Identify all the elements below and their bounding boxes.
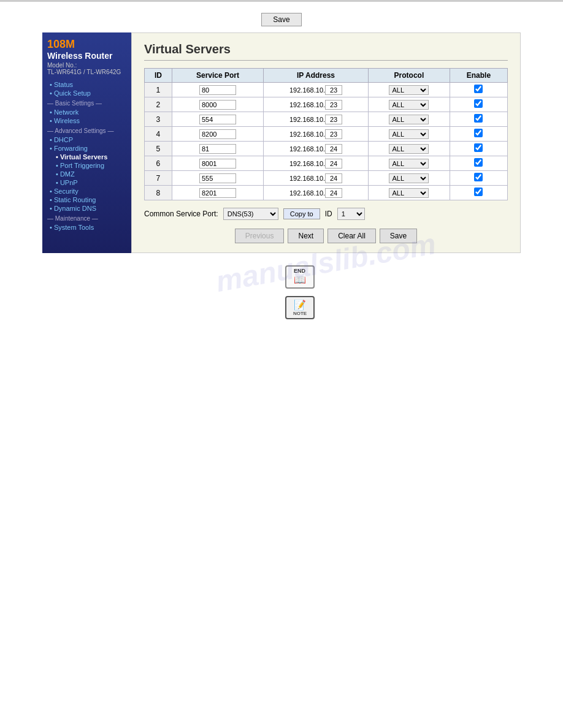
enable-checkbox[interactable]	[474, 114, 483, 123]
protocol-select[interactable]: ALLTCPUDP	[389, 129, 429, 139]
common-service-port-row: Common Service Port: DNS(53)HTTP(80)FTP(…	[144, 208, 508, 220]
cell-protocol: ALLTCPUDP	[368, 142, 450, 156]
cell-id: 2	[145, 97, 172, 112]
cell-protocol: ALLTCPUDP	[368, 171, 450, 186]
cell-service-port	[172, 112, 263, 127]
table-row: 5192.168.10.ALLTCPUDP	[145, 142, 508, 156]
sidebar-item-forwarding[interactable]: Forwarding	[47, 144, 126, 153]
cell-service-port	[172, 127, 263, 142]
ip-prefix: 192.168.10.	[289, 131, 325, 138]
sidebar-item-dynamic-dns[interactable]: Dynamic DNS	[47, 204, 126, 213]
cell-id: 6	[145, 156, 172, 171]
previous-button[interactable]: Previous	[235, 229, 285, 243]
service-port-input[interactable]	[199, 115, 236, 124]
service-port-input[interactable]	[199, 85, 236, 95]
enable-checkbox[interactable]	[474, 158, 483, 167]
service-port-input[interactable]	[199, 144, 236, 154]
id-select[interactable]: 12345678	[337, 208, 365, 220]
ip-prefix: 192.168.10.	[289, 175, 325, 182]
top-save-area: Save	[261, 13, 301, 26]
service-port-input[interactable]	[199, 188, 236, 198]
cell-service-port	[172, 97, 263, 112]
next-button[interactable]: Next	[288, 229, 324, 243]
service-port-input[interactable]	[199, 159, 236, 169]
note-icon: 📝 NOTE	[285, 296, 315, 319]
sidebar: 108M Wireless Router Model No.: TL-WR641…	[42, 32, 131, 253]
cell-id: 4	[145, 127, 172, 142]
ip-suffix-input[interactable]	[325, 129, 342, 139]
copy-to-button[interactable]: Copy to	[283, 208, 320, 219]
sidebar-item-wireless[interactable]: Wireless	[47, 116, 126, 125]
enable-checkbox[interactable]	[474, 143, 483, 152]
col-id: ID	[145, 69, 172, 83]
sidebar-item-quick-setup[interactable]: Quick Setup	[47, 89, 126, 97]
cell-protocol: ALLTCPUDP	[368, 97, 450, 112]
cell-protocol: ALLTCPUDP	[368, 112, 450, 127]
cell-id: 7	[145, 171, 172, 186]
cell-id: 5	[145, 142, 172, 156]
ip-suffix-input[interactable]	[325, 115, 342, 124]
sidebar-item-dhcp[interactable]: DHCP	[47, 135, 126, 144]
cell-ip-address: 192.168.10.	[264, 142, 369, 156]
protocol-select[interactable]: ALLTCPUDP	[389, 100, 429, 110]
sidebar-item-static-routing[interactable]: Static Routing	[47, 195, 126, 204]
sidebar-item-network[interactable]: Network	[47, 108, 126, 116]
sidebar-item-status[interactable]: Status	[47, 80, 126, 89]
sidebar-basic-settings-label: — Basic Settings —	[47, 100, 126, 107]
sidebar-item-system-tools[interactable]: System Tools	[47, 223, 126, 232]
cell-enable	[450, 127, 507, 142]
sidebar-item-port-triggering[interactable]: Port Triggering	[47, 161, 126, 170]
save-button[interactable]: Save	[380, 229, 417, 243]
common-service-port-select[interactable]: DNS(53)HTTP(80)FTP(21)HTTPS(443)SMTP(25)…	[223, 208, 278, 220]
col-service-port: Service Port	[172, 69, 263, 83]
main-content: Virtual Servers ID Service Port IP Addre…	[131, 32, 521, 253]
protocol-select[interactable]: ALLTCPUDP	[389, 159, 429, 169]
cell-enable	[450, 171, 507, 186]
ip-suffix-input[interactable]	[325, 159, 342, 169]
cell-id: 1	[145, 83, 172, 97]
ip-suffix-input[interactable]	[325, 188, 342, 198]
virtual-servers-table: ID Service Port IP Address Protocol Enab…	[144, 68, 508, 200]
table-row: 1192.168.10.ALLTCPUDP	[145, 83, 508, 97]
ip-suffix-input[interactable]	[325, 85, 342, 95]
ip-suffix-input[interactable]	[325, 173, 342, 183]
cell-ip-address: 192.168.10.	[264, 127, 369, 142]
cell-service-port	[172, 83, 263, 97]
ip-prefix: 192.168.10.	[289, 189, 325, 197]
sidebar-advanced-settings-label: — Advanced Settings —	[47, 127, 126, 134]
service-port-input[interactable]	[199, 173, 236, 183]
enable-checkbox[interactable]	[474, 129, 483, 137]
protocol-select[interactable]: ALLTCPUDP	[389, 115, 429, 124]
end-icon: END 📖	[285, 265, 315, 289]
enable-checkbox[interactable]	[474, 173, 483, 181]
protocol-select[interactable]: ALLTCPUDP	[389, 188, 429, 198]
cell-id: 3	[145, 112, 172, 127]
sidebar-item-dmz[interactable]: DMZ	[47, 170, 126, 178]
cell-enable	[450, 97, 507, 112]
top-save-button[interactable]: Save	[261, 13, 301, 26]
ip-prefix: 192.168.10.	[289, 101, 325, 108]
enable-checkbox[interactable]	[474, 188, 483, 196]
clear-all-button[interactable]: Clear All	[327, 229, 376, 243]
ip-suffix-input[interactable]	[325, 100, 342, 110]
ip-suffix-input[interactable]	[325, 144, 342, 154]
cell-ip-address: 192.168.10.	[264, 112, 369, 127]
enable-checkbox[interactable]	[474, 99, 483, 108]
col-protocol: Protocol	[368, 69, 450, 83]
ip-prefix: 192.168.10.	[289, 145, 325, 153]
table-row: 7192.168.10.ALLTCPUDP	[145, 171, 508, 186]
brand-model: Model No.: TL-WR641G / TL-WR642G	[47, 62, 126, 75]
service-port-input[interactable]	[199, 100, 236, 110]
table-row: 3192.168.10.ALLTCPUDP	[145, 112, 508, 127]
protocol-select[interactable]: ALLTCPUDP	[389, 144, 429, 154]
brand-108m: 108M	[47, 39, 126, 51]
protocol-select[interactable]: ALLTCPUDP	[389, 85, 429, 95]
sidebar-item-upnp[interactable]: UPnP	[47, 178, 126, 187]
protocol-select[interactable]: ALLTCPUDP	[389, 173, 429, 183]
sidebar-item-security[interactable]: Security	[47, 187, 126, 195]
enable-checkbox[interactable]	[474, 85, 483, 93]
cell-ip-address: 192.168.10.	[264, 97, 369, 112]
sidebar-item-virtual-servers[interactable]: Virtual Servers	[47, 153, 126, 161]
cell-enable	[450, 142, 507, 156]
service-port-input[interactable]	[199, 129, 236, 139]
